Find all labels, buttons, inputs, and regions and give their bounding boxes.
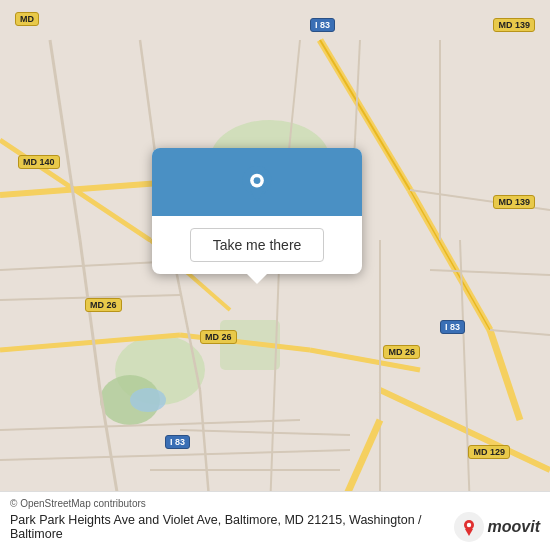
address-text: Park Park Heights Ave and Violet Ave, Ba… — [10, 513, 446, 541]
road-badge-md129: MD 129 — [468, 445, 510, 459]
road-badge-i83-top: I 83 — [310, 18, 335, 32]
map-pin-area — [152, 148, 362, 216]
svg-point-48 — [466, 523, 470, 527]
take-me-there-button[interactable]: Take me there — [190, 228, 325, 262]
svg-point-44 — [254, 177, 261, 184]
svg-marker-43 — [250, 190, 264, 202]
moovit-logo: moovit — [454, 512, 540, 542]
road-badge-md26-center: MD 26 — [200, 330, 237, 344]
address-line: Park Park Heights Ave and Violet Ave, Ba… — [10, 512, 540, 542]
moovit-icon — [454, 512, 484, 542]
road-badge-md140: MD 140 — [18, 155, 60, 169]
road-badge-i83-mid: I 83 — [440, 320, 465, 334]
road-badge-md26-left: MD 26 — [85, 298, 122, 312]
road-badge-md-top: MD — [15, 12, 39, 26]
moovit-text: moovit — [488, 518, 540, 536]
location-pin-icon — [239, 166, 275, 202]
map-container: MD 140 MD I 83 MD 139 MD 139 MD 26 MD 26… — [0, 0, 550, 550]
osm-credit: © OpenStreetMap contributors — [10, 498, 540, 509]
location-tooltip: Take me there — [152, 148, 362, 274]
osm-credit-text: © OpenStreetMap contributors — [10, 498, 146, 509]
road-badge-md26-right: MD 26 — [383, 345, 420, 359]
road-badge-i83-bottom: I 83 — [165, 435, 190, 449]
map-background — [0, 0, 550, 550]
road-badge-md139-top: MD 139 — [493, 18, 535, 32]
bottom-bar: © OpenStreetMap contributors Park Park H… — [0, 491, 550, 550]
svg-point-5 — [130, 388, 166, 412]
road-badge-md139-mid: MD 139 — [493, 195, 535, 209]
moovit-pin-svg — [458, 516, 480, 538]
